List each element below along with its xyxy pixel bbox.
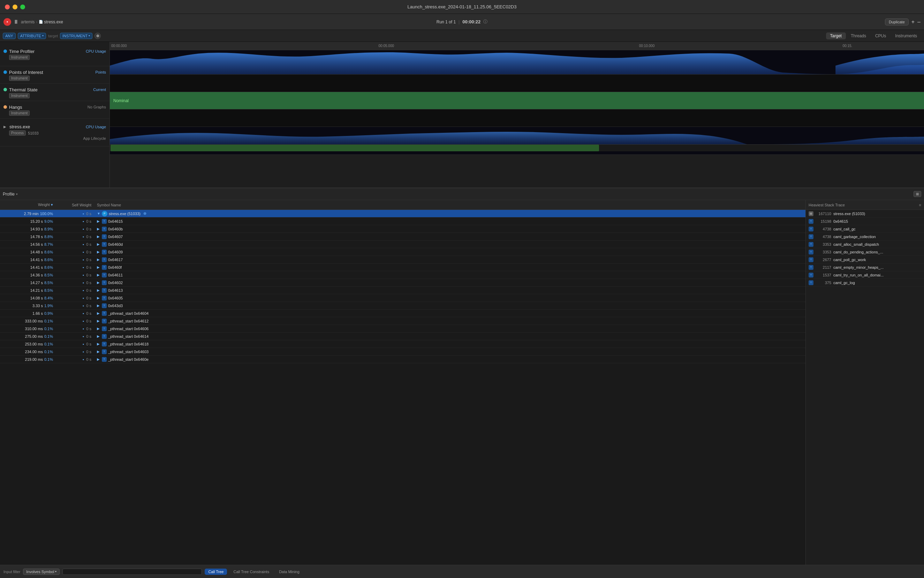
col-header-weight[interactable]: Weight ▾: [0, 203, 56, 207]
cell-symbol: ▶T _pthread_start 0x64614: [94, 334, 805, 339]
filter-type-button[interactable]: Involves Symbol ▾: [23, 568, 60, 575]
symbol-name: _pthread_start 0x64604: [108, 311, 149, 315]
heaviest-name: caml_do_pending_actions_...: [833, 250, 883, 254]
table-row[interactable]: 14.93 s 8.9% ▪ 0 s ▶T 0x6460b: [0, 225, 805, 233]
ruler-mark-1: 00:05.000: [379, 44, 395, 48]
cell-weight: 3.33 s 1.9%: [0, 304, 56, 308]
thread-icon: T: [102, 265, 107, 270]
call-tree-button[interactable]: Call Tree: [205, 568, 227, 575]
profile-actions: ⊞: [914, 191, 921, 197]
run-info: Run 1 of 1 | 00:00:22 ⓘ: [437, 19, 488, 25]
thread-icon: T: [102, 257, 107, 262]
heaviest-row[interactable]: T 3353 caml_do_pending_actions_...: [806, 248, 924, 256]
heaviest-row[interactable]: T 4738 caml_garbage_collection: [806, 233, 924, 240]
view-options-button[interactable]: ⊞: [914, 191, 921, 197]
bar-icon: ▪: [83, 350, 84, 354]
table-row[interactable]: 1.66 s 0.9% ▪ 0 s ▶T _pthread_start 0x64…: [0, 310, 805, 317]
filter-separator: target: [48, 34, 58, 38]
weight-pct: 0.1%: [44, 350, 53, 354]
heaviest-icon: T: [809, 265, 814, 270]
tab-threads[interactable]: Threads: [847, 32, 870, 39]
heaviest-row[interactable]: T 1537 caml_try_run_on_all_domai...: [806, 271, 924, 279]
table-row[interactable]: 14.36 s 8.5% ▪ 0 s ▶T 0x64611: [0, 271, 805, 279]
table-row[interactable]: 14.41 s 8.6% ▪ 0 s ▶T 0x6460f: [0, 263, 805, 271]
attribute-filter[interactable]: ATTRIBUTE ▾: [18, 33, 46, 39]
data-mining-button[interactable]: Data Mining: [276, 568, 303, 575]
filter-options-button[interactable]: ⬤: [94, 33, 101, 39]
table-row[interactable]: 14.56 s 8.7% ▪ 0 s ▶T 0x6460d: [0, 240, 805, 248]
symbol-name: _pthread_start 0x64618: [108, 342, 149, 346]
weight-value: 14.93 s: [30, 227, 43, 231]
cell-weight: 1.66 s 0.9%: [0, 311, 56, 315]
duplicate-button[interactable]: Duplicate: [885, 18, 909, 26]
table-row[interactable]: 253.00 ms 0.1% ▪ 0 s ▶T _pthread_start 0…: [0, 340, 805, 348]
hangs-name: Hangs: [9, 105, 22, 110]
selfweight-value: 0 s: [86, 326, 91, 331]
table-row[interactable]: 333.00 ms 0.1% ▪ 0 s ▶T _pthread_start 0…: [0, 317, 805, 325]
heaviest-row[interactable]: T 3353 caml_alloc_small_dispatch: [806, 240, 924, 248]
time-profiler-type: CPU Usage: [86, 49, 106, 54]
symbol-name: stress.exe (51033): [109, 212, 141, 216]
tab-target[interactable]: Target: [826, 32, 846, 39]
table-row[interactable]: 219.00 ms 0.1% ▪ 0 s ▶T _pthread_start 0…: [0, 356, 805, 363]
selfweight-value: 0 s: [86, 273, 91, 277]
heaviest-row[interactable]: T 15198 0x64615: [806, 218, 924, 225]
weight-value: 14.36 s: [30, 273, 43, 277]
table-row[interactable]: 14.48 s 8.6% ▪ 0 s ▶T 0x64609: [0, 248, 805, 256]
weight-value: 14.78 s: [30, 235, 43, 239]
cell-symbol: ▶T _pthread_start 0x64603: [94, 349, 805, 354]
circle-plus-icon[interactable]: ⊕: [143, 211, 146, 216]
filter-input[interactable]: [62, 568, 202, 575]
filter-type-text: Involves Symbol: [26, 570, 54, 574]
call-tree-constraints-button[interactable]: Call Tree Constraints: [230, 568, 273, 575]
weight-value: 3.33 s: [32, 304, 43, 308]
table-row[interactable]: 14.41 s 8.6% ▪ 0 s ▶T 0x64617: [0, 256, 805, 263]
table-row[interactable]: 3.33 s 1.9% ▪ 0 s ▶T 0x643d3: [0, 302, 805, 310]
table-row[interactable]: 310.00 ms 0.1% ▪ 0 s ▶T _pthread_start 0…: [0, 325, 805, 333]
record-button[interactable]: ●: [3, 18, 11, 26]
weight-pct: 8.8%: [44, 235, 53, 239]
sort-indicator: ▾: [51, 203, 53, 207]
bar-icon: ▪: [83, 304, 84, 308]
table-row[interactable]: 2.79 min 100.0% ▪ 0 s ▼P stress.exe (510…: [0, 210, 805, 218]
tab-cpus[interactable]: CPUs: [871, 32, 890, 39]
instrument-filter[interactable]: INSTRUMENT ▾: [60, 33, 93, 39]
selfweight-value: 0 s: [86, 242, 91, 247]
col-header-selfweight[interactable]: Self Weight: [56, 203, 94, 207]
remove-instrument-button[interactable]: –: [918, 19, 921, 25]
table-row[interactable]: 14.08 s 8.4% ▪ 0 s ▶T 0x64605: [0, 294, 805, 302]
breadcrumb-root: artemis: [21, 19, 34, 24]
add-instrument-button[interactable]: +: [911, 19, 914, 25]
heaviest-row[interactable]: ▤ 167110 stress.exe (51033): [806, 210, 924, 218]
weight-pct: 0.1%: [44, 334, 53, 338]
any-filter[interactable]: ANY: [3, 33, 16, 39]
maximize-button[interactable]: [20, 5, 25, 10]
pause-button[interactable]: ⏸: [13, 19, 19, 25]
stress-pid: 51033: [28, 131, 39, 135]
info-icon[interactable]: ⓘ: [483, 19, 487, 25]
symbol-name: 0x64613: [108, 288, 123, 292]
hangs-badge: Instrument: [9, 110, 30, 116]
table-row[interactable]: 14.21 s 8.5% ▪ 0 s ▶T 0x64613: [0, 287, 805, 294]
heaviest-options-icon[interactable]: ≡: [919, 203, 921, 207]
table-row[interactable]: 275.00 ms 0.1% ▪ 0 s ▶T _pthread_start 0…: [0, 333, 805, 340]
heaviest-row[interactable]: T 2117 caml_empty_minor_heaps_...: [806, 263, 924, 271]
heaviest-icon: T: [809, 242, 814, 247]
stress-expand-icon[interactable]: ▶: [3, 125, 6, 129]
heaviest-row[interactable]: T 4738 caml_call_gc: [806, 225, 924, 233]
track-stress: [110, 127, 924, 155]
heaviest-count: 3353: [815, 242, 831, 247]
table-row[interactable]: 14.78 s 8.8% ▪ 0 s ▶T 0x64607: [0, 233, 805, 240]
symbol-name: 0x6460d: [108, 242, 123, 247]
tab-instruments[interactable]: Instruments: [891, 32, 921, 39]
table-row[interactable]: 234.00 ms 0.1% ▪ 0 s ▶T _pthread_start 0…: [0, 348, 805, 356]
table-row[interactable]: 14.27 s 8.5% ▪ 0 s ▶T 0x64602: [0, 279, 805, 287]
minimize-button[interactable]: [13, 5, 18, 10]
heaviest-count: 2677: [815, 258, 831, 262]
col-header-symbol[interactable]: Symbol Name: [94, 203, 805, 207]
close-button[interactable]: [5, 5, 10, 10]
heaviest-row[interactable]: T 375 caml_gc_log: [806, 279, 924, 287]
heaviest-row[interactable]: T 2677 caml_poll_gc_work: [806, 256, 924, 263]
table-row[interactable]: 15.20 s 9.0% ▪ 0 s ▶T 0x64615: [0, 218, 805, 225]
weight-value: 2.79 min: [24, 212, 38, 216]
